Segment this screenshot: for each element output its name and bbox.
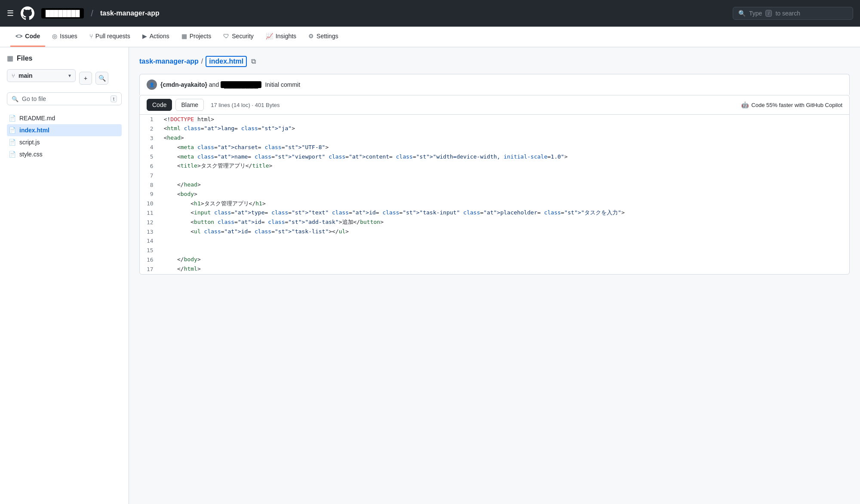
line-number: 15	[140, 246, 160, 255]
add-file-button[interactable]: +	[79, 72, 92, 85]
repo-name[interactable]: task-manager-app	[100, 9, 160, 17]
table-row: 10 <h1>タスク管理アプリ</h1>	[140, 199, 849, 208]
line-number: 6	[140, 162, 160, 171]
line-content: <head>	[160, 134, 849, 143]
files-icon: ▦	[7, 54, 13, 62]
goto-placeholder: Go to file	[22, 95, 107, 102]
nav-pull-requests[interactable]: ⑂ Pull requests	[84, 27, 135, 47]
line-number: 14	[140, 236, 160, 246]
nav-settings-label: Settings	[316, 33, 338, 40]
file-icon-index: 📄	[9, 127, 16, 134]
top-bar: ☰ ████████ / task-manager-app 🔍 Type / t…	[0, 0, 860, 27]
line-number: 2	[140, 124, 160, 134]
file-icon: 📄	[9, 115, 16, 122]
commit-author-name: {cmdn-ayakaito}	[160, 81, 207, 88]
commit-coauthor: ████████	[221, 81, 261, 88]
file-name-script: script.js	[19, 139, 40, 146]
file-item-index[interactable]: 📄 index.html	[7, 124, 122, 136]
line-content	[160, 171, 849, 180]
menu-icon[interactable]: ☰	[7, 9, 14, 18]
line-number: 7	[140, 171, 160, 180]
security-icon: 🛡	[223, 33, 229, 40]
pr-icon: ⑂	[89, 33, 93, 40]
line-content: </head>	[160, 180, 849, 190]
nav-actions-label: Actions	[150, 33, 169, 40]
main-layout: ▦ Files ⑂ main ▾ + 🔍 🔍 Go to file t 📄 RE…	[0, 47, 860, 504]
copy-path-button[interactable]: ⧉	[249, 56, 258, 67]
issues-icon: ◎	[52, 33, 57, 40]
copilot-label: Code 55% faster with GitHub Copilot	[751, 102, 842, 108]
avatar: 👤	[147, 79, 157, 90]
branch-selector[interactable]: ⑂ main ▾	[7, 69, 76, 82]
file-item-script[interactable]: 📄 script.js	[7, 136, 122, 148]
goto-file-input[interactable]: 🔍 Go to file t	[7, 92, 122, 105]
path-separator: /	[91, 9, 93, 18]
file-name-readme: README.md	[19, 115, 55, 122]
copilot-icon: 🤖	[741, 101, 749, 108]
goto-kbd: t	[111, 95, 117, 102]
line-content	[160, 236, 849, 246]
line-number: 3	[140, 134, 160, 143]
sidebar-title: Files	[17, 55, 32, 62]
search-kbd: /	[765, 10, 772, 17]
line-number: 16	[140, 255, 160, 265]
commit-authors: {cmdn-ayakaito} and ████████	[160, 81, 261, 88]
nav-security-label: Security	[232, 33, 254, 40]
branch-icon: ⑂	[12, 73, 15, 79]
table-row: 3 <head>	[140, 134, 849, 143]
nav-actions[interactable]: ▶ Actions	[137, 27, 175, 47]
table-row: 12 <button class="at">id= class="st">"ad…	[140, 218, 849, 227]
nav-insights[interactable]: 📈 Insights	[261, 27, 301, 47]
table-row: 15	[140, 246, 849, 255]
org-name[interactable]: ████████	[41, 8, 84, 18]
table-row: 5 <meta class="at">name= class="st">"vie…	[140, 152, 849, 162]
search-icon: 🔍	[738, 10, 746, 17]
nav-issues[interactable]: ◎ Issues	[47, 27, 82, 47]
table-row: 11 <input class="at">type= class="st">"t…	[140, 208, 849, 218]
tab-code[interactable]: Code	[147, 99, 172, 111]
line-content	[160, 246, 849, 255]
breadcrumb: task-manager-app / index.html ⧉	[139, 56, 850, 67]
line-content: <body>	[160, 189, 849, 199]
line-number: 1	[140, 115, 160, 124]
copilot-badge[interactable]: 🤖 Code 55% faster with GitHub Copilot	[741, 101, 842, 108]
line-content: <button class="at">id= class="st">"add-t…	[160, 218, 849, 227]
file-item-style[interactable]: 📄 style.css	[7, 148, 122, 160]
nav-settings[interactable]: ⚙ Settings	[303, 27, 344, 47]
table-row: 9 <body>	[140, 189, 849, 199]
breadcrumb-repo[interactable]: task-manager-app	[139, 58, 199, 65]
line-content: </html>	[160, 265, 849, 274]
breadcrumb-separator: /	[201, 58, 203, 65]
line-number: 10	[140, 199, 160, 208]
nav-code[interactable]: <> Code	[10, 27, 45, 47]
search-file-button[interactable]: 🔍	[95, 72, 108, 85]
file-list: 📄 README.md 📄 index.html 📄 script.js 📄 s…	[7, 112, 122, 160]
tab-blame[interactable]: Blame	[175, 99, 204, 111]
actions-icon: ▶	[142, 33, 147, 40]
projects-icon: ▦	[181, 33, 187, 40]
line-content: <input class="at">type= class="st">"text…	[160, 208, 849, 218]
sidebar: ▦ Files ⑂ main ▾ + 🔍 🔍 Go to file t 📄 RE…	[0, 47, 129, 504]
file-item-readme[interactable]: 📄 README.md	[7, 112, 122, 124]
code-meta: 17 lines (14 loc) · 401 Bytes	[211, 102, 280, 108]
table-row: 4 <meta class="at">charset= class="st">"…	[140, 143, 849, 152]
line-number: 13	[140, 227, 160, 237]
code-table: 1 <!DOCTYPE html> 2 <html class="at">lan…	[140, 115, 849, 274]
line-content: <meta class="at">name= class="st">"viewp…	[160, 152, 849, 162]
line-number: 8	[140, 180, 160, 190]
sidebar-header: ▦ Files	[7, 54, 122, 62]
nav-projects[interactable]: ▦ Projects	[176, 27, 217, 47]
table-row: 17 </html>	[140, 265, 849, 274]
nav-security[interactable]: 🛡 Security	[218, 27, 259, 47]
code-toolbar: Code Blame 17 lines (14 loc) · 401 Bytes…	[140, 95, 849, 115]
github-logo[interactable]	[21, 6, 34, 20]
breadcrumb-file[interactable]: index.html	[206, 56, 247, 67]
table-row: 2 <html class="at">lang= class="st">"ja"…	[140, 124, 849, 134]
table-row: 1 <!DOCTYPE html>	[140, 115, 849, 124]
line-number: 11	[140, 208, 160, 218]
line-number: 12	[140, 218, 160, 227]
search-box[interactable]: 🔍 Type / to search	[733, 7, 853, 20]
line-number: 17	[140, 265, 160, 274]
file-icon-script: 📄	[9, 139, 16, 146]
search-suffix: to search	[775, 10, 800, 17]
